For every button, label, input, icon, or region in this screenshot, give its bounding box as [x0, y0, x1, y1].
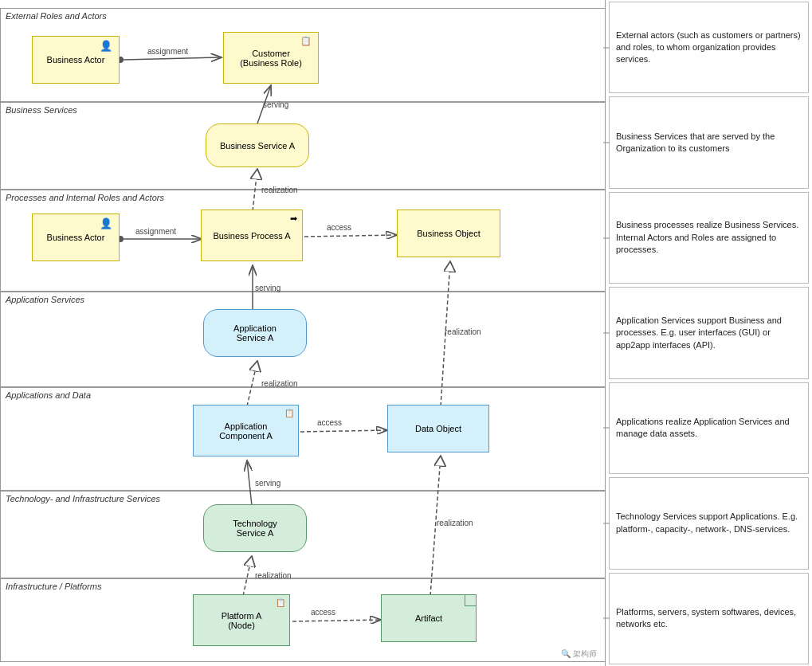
- artifact: Artifact: [381, 594, 477, 642]
- sidebar: External actors (such as customers or pa…: [606, 0, 812, 666]
- node-icon: 📋: [276, 598, 285, 607]
- sidebar-note-5: Applications realize Application Service…: [609, 382, 809, 474]
- application-service-a-label: Application Service A: [233, 323, 277, 343]
- data-object: Data Object: [387, 405, 489, 452]
- sidebar-note-6-text: Technology Services support Applications…: [616, 511, 802, 535]
- application-service-a: Application Service A: [203, 309, 307, 357]
- business-actor-1: 👤 Business Actor: [32, 36, 120, 84]
- platform-a-label: Platform A (Node): [222, 611, 262, 630]
- role-icon: 📋: [300, 36, 312, 46]
- main-diagram: External Roles and Actors Business Servi…: [0, 0, 606, 666]
- platform-a: 📋 Platform A (Node): [193, 594, 290, 646]
- process-icon: ➡: [290, 214, 297, 224]
- watermark: 🔍 架构师: [561, 648, 597, 660]
- layer-processes-label: Processes and Internal Roles and Actors: [1, 190, 605, 205]
- sidebar-note-2-text: Business Services that are served by the…: [616, 131, 802, 155]
- sidebar-note-6: Technology Services support Applications…: [609, 477, 809, 569]
- layer-infra-label: Infrastructure / Platforms: [1, 579, 605, 594]
- layer-appdata-label: Applications and Data: [1, 388, 605, 402]
- actor-icon-1: 👤: [100, 40, 112, 52]
- application-component-a: 📋 Application Component A: [193, 405, 299, 456]
- artifact-label: Artifact: [415, 613, 442, 623]
- layer-infra: Infrastructure / Platforms: [0, 578, 606, 662]
- sidebar-note-2: Business Services that are served by the…: [609, 96, 809, 188]
- business-actor-2-label: Business Actor: [47, 233, 105, 242]
- sidebar-note-3-text: Business processes realize Business Serv…: [616, 219, 802, 256]
- layer-business-label: Business Services: [1, 103, 605, 117]
- business-object: Business Object: [397, 210, 500, 257]
- business-service-a-label: Business Service A: [220, 141, 295, 151]
- actor-icon-2: 👤: [100, 217, 112, 229]
- sidebar-note-4-text: Application Services support Business an…: [616, 315, 802, 351]
- data-object-label: Data Object: [415, 424, 461, 433]
- business-process-a-label: Business Process A: [213, 231, 290, 241]
- sidebar-note-7-text: Platforms, servers, system softwares, de…: [616, 606, 802, 631]
- business-actor-2: 👤 Business Actor: [32, 214, 120, 261]
- layer-appservices-label: Application Services: [1, 292, 605, 307]
- sidebar-note-3: Business processes realize Business Serv…: [609, 192, 809, 284]
- customer-node: 📋 Customer (Business Role): [223, 32, 319, 84]
- sidebar-note-7: Platforms, servers, system softwares, de…: [609, 573, 809, 664]
- business-object-label: Business Object: [417, 229, 480, 238]
- sidebar-note-4: Application Services support Business an…: [609, 287, 809, 378]
- layer-external-label: External Roles and Actors: [1, 9, 605, 23]
- sidebar-note-1: External actors (such as customers or pa…: [609, 2, 809, 93]
- layer-techinfra-label: Technology- and Infrastructure Services: [1, 492, 605, 506]
- watermark-text: 🔍 架构师: [561, 648, 597, 660]
- sidebar-note-1-text: External actors (such as customers or pa…: [616, 29, 802, 66]
- business-process-a: ➡ Business Process A: [201, 210, 303, 261]
- layer-appdata: Applications and Data: [0, 387, 606, 491]
- technology-service-a-label: Technology Service A: [233, 519, 277, 538]
- business-service-a: Business Service A: [206, 123, 309, 167]
- component-icon: 📋: [284, 409, 294, 417]
- technology-service-a: Technology Service A: [203, 504, 307, 552]
- customer-label: Customer (Business Role): [240, 49, 302, 68]
- application-component-a-label: Application Component A: [219, 421, 273, 441]
- sidebar-note-5-text: Applications realize Application Service…: [616, 416, 802, 441]
- business-actor-1-label: Business Actor: [47, 55, 105, 65]
